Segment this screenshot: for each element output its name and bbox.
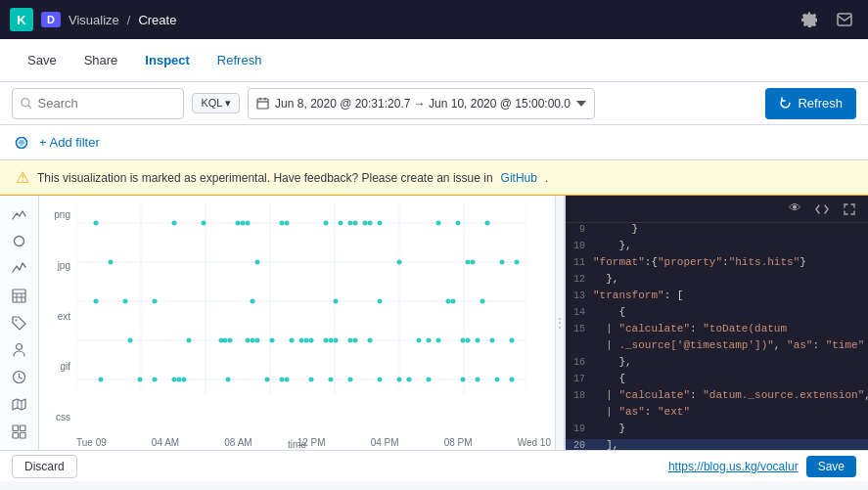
sidebar-icon-dot[interactable] (4, 231, 35, 252)
svg-point-79 (417, 338, 422, 343)
github-link[interactable]: GitHub (501, 171, 537, 185)
code-line-9: 9 } (566, 223, 868, 240)
app-logo: K (10, 8, 33, 31)
sidebar-icon-table[interactable] (4, 285, 35, 306)
svg-rect-12 (21, 432, 26, 438)
code-panel-toolbar: 👁 (566, 196, 868, 223)
svg-point-66 (251, 338, 255, 343)
add-filter-button[interactable]: + Add filter (39, 135, 100, 150)
code-line-18b: | "as": "ext" (566, 406, 868, 423)
svg-point-39 (368, 221, 373, 226)
svg-point-57 (446, 299, 451, 304)
code-line-10: 10 }, (566, 240, 868, 256)
x-label-4pm: 04 PM (371, 437, 399, 448)
svg-point-42 (456, 221, 461, 226)
sidebar-icon-area[interactable] (4, 203, 35, 225)
svg-point-77 (353, 338, 358, 343)
filter-icon[interactable] (12, 133, 31, 153)
svg-point-49 (500, 260, 505, 265)
svg-point-51 (94, 299, 99, 304)
refresh-nav-button[interactable]: Refresh (206, 47, 274, 73)
svg-point-105 (476, 378, 480, 382)
svg-point-27 (172, 221, 177, 226)
expand-icon[interactable] (839, 199, 860, 220)
y-label-ext: ext (43, 311, 70, 322)
svg-point-31 (246, 221, 251, 226)
discard-button[interactable]: Discard (12, 455, 77, 478)
code-line-14: 14 { (566, 306, 868, 323)
svg-point-45 (255, 260, 260, 265)
svg-point-73 (324, 338, 329, 343)
svg-point-101 (397, 378, 402, 382)
refresh-button[interactable]: Refresh (765, 88, 856, 119)
code-icon[interactable] (811, 199, 833, 220)
nav-bar: Save Share Inspect Refresh (0, 39, 868, 82)
svg-point-67 (255, 338, 260, 343)
svg-point-64 (228, 338, 233, 343)
share-nav-button[interactable]: Share (72, 47, 130, 73)
code-line-15b: | ._source['@timestamp'])", "as": "time" (566, 339, 868, 356)
code-line-20: 20 ], (566, 439, 868, 450)
svg-point-91 (177, 378, 182, 382)
code-line-12: 12 }, (566, 273, 868, 290)
refresh-icon (779, 97, 792, 110)
calendar-icon (256, 97, 269, 110)
panel-resize-handle[interactable]: ⋮ (555, 196, 565, 450)
chart-area: png jpg ext gif css (39, 196, 555, 450)
mail-icon[interactable] (831, 6, 858, 33)
settings-icon[interactable] (796, 6, 823, 33)
search-box[interactable] (12, 88, 184, 119)
sidebar-icon-clock[interactable] (4, 367, 35, 388)
svg-point-83 (466, 338, 471, 343)
svg-point-32 (280, 221, 285, 226)
code-panel: 👁 9 } 10 }, 11 "format":{"property":"hit… (565, 196, 868, 450)
left-sidebar (0, 196, 39, 450)
date-range-text: Jun 8, 2020 @ 20:31:20.7 → Jun 10, 2020 … (275, 97, 571, 111)
svg-point-69 (290, 338, 295, 343)
sidebar-icon-grid[interactable] (4, 421, 35, 442)
y-label-gif: gif (43, 361, 70, 372)
sidebar-icon-map[interactable] (4, 393, 35, 415)
svg-rect-9 (13, 425, 19, 431)
svg-point-81 (436, 338, 441, 343)
svg-point-84 (476, 338, 480, 343)
svg-rect-11 (13, 432, 19, 438)
svg-point-97 (309, 378, 314, 382)
date-picker[interactable]: Jun 8, 2020 @ 20:31:20.7 → Jun 10, 2020 … (248, 88, 595, 119)
svg-rect-5 (13, 290, 25, 302)
svg-point-52 (123, 299, 128, 304)
search-input[interactable] (38, 96, 176, 111)
svg-point-95 (280, 378, 285, 382)
kql-badge[interactable]: KQL (192, 93, 240, 113)
inspect-nav-button[interactable]: Inspect (133, 47, 202, 73)
eye-icon[interactable]: 👁 (784, 199, 805, 220)
save-bottom-button[interactable]: Save (806, 456, 856, 477)
svg-point-98 (329, 378, 334, 382)
toolbar: KQL Jun 8, 2020 @ 20:31:20.7 → Jun 10, 2… (0, 82, 868, 125)
svg-rect-0 (838, 14, 851, 25)
svg-rect-2 (257, 99, 268, 109)
svg-point-43 (485, 221, 490, 226)
sidebar-icon-person[interactable] (4, 339, 35, 361)
warning-suffix: . (545, 171, 548, 185)
svg-point-100 (378, 378, 383, 382)
svg-point-74 (329, 338, 334, 343)
svg-point-33 (285, 221, 290, 226)
y-label-png: png (43, 209, 70, 220)
svg-point-59 (480, 299, 485, 304)
svg-point-80 (427, 338, 432, 343)
svg-point-35 (339, 221, 343, 226)
sidebar-icon-tag[interactable] (4, 312, 35, 334)
chart-svg (76, 203, 526, 419)
svg-point-48 (471, 260, 476, 265)
code-line-11: 11 "format":{"property":"hits.hits"} (566, 256, 868, 273)
sidebar-icon-line[interactable] (4, 258, 35, 280)
warning-banner: ⚠ This visualization is marked as experi… (0, 160, 868, 196)
bottom-link[interactable]: https://blog.us.kg/vocalur (668, 460, 799, 473)
refresh-button-label: Refresh (798, 96, 843, 111)
save-nav-button[interactable]: Save (16, 47, 69, 73)
svg-rect-10 (21, 425, 26, 431)
svg-point-86 (510, 338, 515, 343)
svg-point-75 (334, 338, 339, 343)
svg-point-103 (427, 378, 432, 382)
